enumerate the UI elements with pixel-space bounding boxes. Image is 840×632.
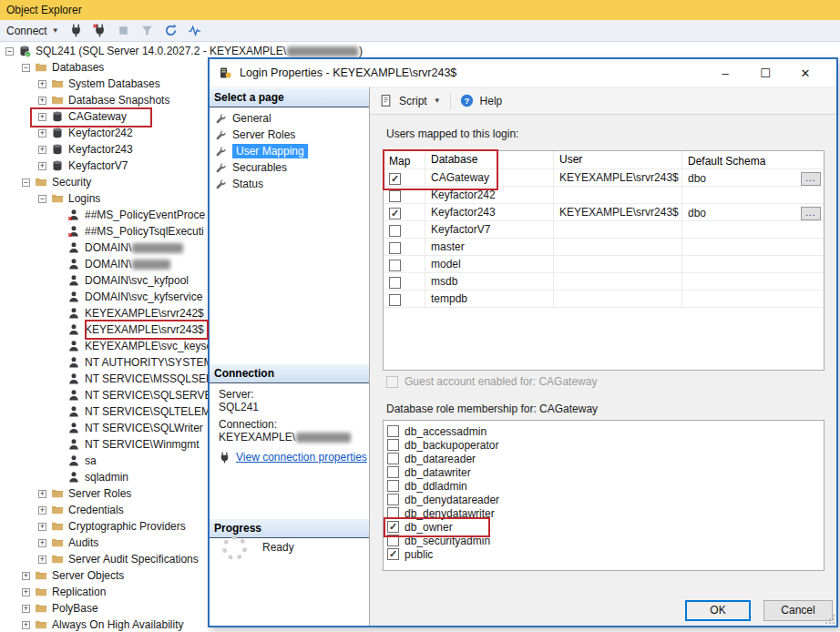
expand-toggle[interactable]: + xyxy=(38,506,46,515)
expand-toggle[interactable]: + xyxy=(22,605,30,613)
folder-icon xyxy=(51,77,64,90)
tree-item-label: KEYEXAMPLE\srvr243$ xyxy=(85,323,204,336)
map-checkbox-keyfactor243[interactable]: ✓ xyxy=(389,208,401,219)
cell-database: model xyxy=(425,256,554,272)
expand-toggle[interactable]: + xyxy=(38,556,46,564)
help-button[interactable]: Help xyxy=(480,95,503,107)
script-button[interactable]: Script xyxy=(399,95,427,107)
connect-object-icon[interactable] xyxy=(69,24,83,37)
progress-spinner-icon xyxy=(222,535,247,560)
page-item-user-mapping[interactable]: User Mapping xyxy=(215,143,308,159)
activity-monitor-icon[interactable] xyxy=(188,24,201,37)
cancel-button[interactable]: Cancel xyxy=(763,600,833,621)
cell-database: master xyxy=(425,239,554,255)
guest-account-checkbox xyxy=(386,376,398,388)
tree-item-label: NT SERVICE\Winmgmt xyxy=(85,438,200,451)
wrench-icon xyxy=(215,146,227,158)
page-item-securables[interactable]: Securables xyxy=(215,159,287,176)
page-item-server-roles[interactable]: Server Roles xyxy=(215,127,295,143)
expand-toggle[interactable]: + xyxy=(38,129,46,138)
user-icon xyxy=(67,241,80,254)
tree-item-label: NT SERVICE\SQLTELEME xyxy=(85,405,218,418)
page-item-status[interactable]: Status xyxy=(215,176,263,192)
connect-button[interactable]: Connect ▼ xyxy=(6,25,59,37)
map-checkbox-msdb[interactable] xyxy=(389,277,401,289)
role-label: db_denydatawriter xyxy=(405,507,495,520)
role-checkbox-db-securityadmin[interactable] xyxy=(387,535,399,546)
minimize-button[interactable]: – xyxy=(705,60,745,87)
map-checkbox-cagateway[interactable]: ✓ xyxy=(389,173,401,185)
role-checkbox-public[interactable]: ✓ xyxy=(387,548,399,560)
map-checkbox-keyfactor242[interactable] xyxy=(389,190,401,202)
browse-schema-button[interactable]: ... xyxy=(801,172,821,186)
expand-toggle[interactable]: + xyxy=(38,162,46,170)
tree-item-label: Databases xyxy=(52,61,104,74)
expand-toggle[interactable]: + xyxy=(38,490,46,498)
cell-user xyxy=(554,239,682,255)
tree-item-label: NT SERVICE\MSSQLSERV xyxy=(85,372,220,385)
map-checkbox-model[interactable] xyxy=(389,260,401,271)
role-checkbox-db-denydatawriter[interactable] xyxy=(387,507,399,519)
cell-database: Keyfactor243 xyxy=(425,204,554,220)
role-checkbox-db-backupoperator[interactable] xyxy=(387,439,399,451)
expand-toggle[interactable]: + xyxy=(38,523,46,531)
role-checkbox-db-accessadmin[interactable] xyxy=(387,425,399,437)
resize-grip[interactable] xyxy=(825,615,835,624)
map-checkbox-keyfactorv7[interactable] xyxy=(389,225,401,237)
tree-item-label: SQL241 (SQL Server 14.0.2027.2 - KEYEXAM… xyxy=(36,45,286,57)
page-item-general[interactable]: General xyxy=(215,110,271,127)
progress-status: Ready xyxy=(262,541,294,554)
login-properties-dialog: Login Properties - KEYEXAMPLE\srvr243$ –… xyxy=(208,57,838,627)
cell-default-schema: dbo xyxy=(688,172,706,185)
expand-toggle[interactable]: − xyxy=(22,178,30,187)
tree-item-label: Database Snapshots xyxy=(68,94,169,107)
expand-toggle[interactable]: + xyxy=(22,621,30,629)
tree-item-label: DOMAIN\ xyxy=(85,241,131,254)
script-dropdown-icon[interactable]: ▼ xyxy=(434,97,441,105)
column-header-map: Map xyxy=(384,151,425,168)
user-icon xyxy=(67,438,80,451)
role-checkbox-db-owner[interactable]: ✓ xyxy=(387,521,399,533)
expand-toggle[interactable]: + xyxy=(38,97,46,105)
dialog-titlebar[interactable]: Login Properties - KEYEXAMPLE\srvr243$ –… xyxy=(210,59,836,87)
view-connection-properties-link[interactable]: View connection properties xyxy=(219,451,367,464)
expand-toggle[interactable]: − xyxy=(5,47,14,56)
cell-user xyxy=(554,273,682,290)
database-icon xyxy=(51,143,64,156)
user-icon xyxy=(67,291,80,303)
table-row-tempdb: tempdb xyxy=(384,291,824,308)
page-item-label: General xyxy=(232,112,271,125)
disconnect-icon[interactable] xyxy=(93,24,107,37)
expand-toggle[interactable]: − xyxy=(22,64,30,72)
expand-toggle[interactable]: + xyxy=(38,146,46,154)
expand-toggle[interactable]: + xyxy=(22,572,30,580)
expand-toggle[interactable]: + xyxy=(22,588,30,596)
role-checkbox-db-datareader[interactable] xyxy=(387,453,399,464)
tree-item-label: Cryptographic Providers xyxy=(68,520,186,533)
role-label: db_securityadmin xyxy=(405,535,490,547)
expand-toggle[interactable]: + xyxy=(38,80,46,88)
ok-button[interactable]: OK xyxy=(685,600,751,621)
expand-toggle[interactable]: + xyxy=(38,539,46,547)
role-checkbox-db-datawriter[interactable] xyxy=(387,466,399,478)
user-mapping-table: MapDatabaseUserDefault Schema✓CAGatewayK… xyxy=(383,150,825,371)
dialog-app-icon xyxy=(219,66,231,79)
redacted-text xyxy=(132,260,170,270)
table-row-cagateway: ✓CAGatewayKEYEXAMPLE\srvr243$dbo... xyxy=(384,169,824,187)
tree-item-label: DOMAIN\svc_kyfservice xyxy=(85,291,202,303)
wrench-icon xyxy=(215,162,227,174)
expand-toggle[interactable]: − xyxy=(38,195,46,203)
close-button[interactable]: ✕ xyxy=(785,60,825,87)
map-checkbox-tempdb[interactable] xyxy=(389,294,401,306)
maximize-button[interactable]: ☐ xyxy=(745,60,785,87)
role-checkbox-db-denydatareader[interactable] xyxy=(387,494,399,505)
role-checkbox-db-ddladmin[interactable] xyxy=(387,480,399,492)
refresh-icon[interactable] xyxy=(164,24,178,37)
tree-item-label: ##MS_PolicyEventProce xyxy=(85,209,205,221)
expand-toggle[interactable]: + xyxy=(38,113,46,121)
browse-schema-button[interactable]: ... xyxy=(801,207,821,220)
database-icon xyxy=(51,127,64,139)
map-checkbox-master[interactable] xyxy=(389,242,401,254)
folder-icon xyxy=(35,176,47,189)
tree-item-label: Server Objects xyxy=(52,569,124,582)
